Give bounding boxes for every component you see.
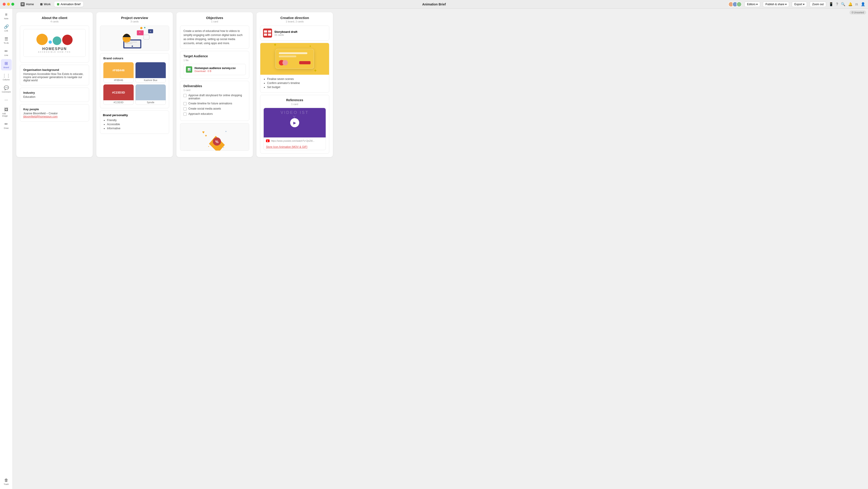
creative-preview: ✦ ✦ ✦ bbox=[260, 43, 329, 93]
search-icon[interactable]: 🔍 bbox=[841, 2, 845, 6]
sidebar-item-trash[interactable]: 🗑 Trash bbox=[1, 476, 12, 487]
svg-text:♥: ♥ bbox=[202, 130, 205, 135]
checkbox-list: Approve draft storyboard for online shop… bbox=[183, 94, 246, 116]
sidebar-item-more[interactable]: ··· bbox=[1, 96, 12, 105]
checkbox-2[interactable] bbox=[183, 107, 187, 111]
objectives-text-card: Create a series of educational how to vi… bbox=[180, 26, 249, 49]
download-link[interactable]: Download bbox=[194, 70, 206, 73]
sidebar-item-add-image[interactable]: 🖼 Add image bbox=[1, 106, 12, 119]
export-button[interactable]: Export ▾ bbox=[792, 2, 807, 7]
swatch-box-1: #F8B446 bbox=[103, 62, 134, 78]
titlebar: M Home Work Animation Brief Animation Br… bbox=[0, 0, 868, 9]
sidebar-add-image-label: Add image bbox=[2, 113, 10, 117]
bullet-1: Confirm animator's timeline bbox=[267, 82, 327, 85]
checkbox-item-2: Create social media assets bbox=[183, 107, 246, 111]
org-bg-text: Homespun Accessible How-Tos Exists to ed… bbox=[23, 73, 86, 82]
sidebar-item-note[interactable]: ≡ Note bbox=[1, 10, 12, 22]
sidebar-item-comment[interactable]: 💬 Comment bbox=[1, 84, 12, 95]
ref-thumb: VIDEO IST Y ▶ bbox=[264, 108, 326, 137]
homespun-name: HOMESPUN bbox=[36, 47, 72, 51]
zoom-out-button[interactable]: Zoom out bbox=[810, 2, 826, 7]
editors-button[interactable]: Editors ▾ bbox=[745, 2, 760, 7]
draw-icon: ✏ bbox=[4, 121, 8, 126]
checkbox-item-1: Create timeline for future animations bbox=[183, 102, 246, 105]
key-people-email[interactable]: jbloomfield@homespun.com bbox=[23, 115, 86, 118]
key-people-name: Joanne Bloomfield – Creator bbox=[23, 112, 86, 115]
close-button[interactable] bbox=[3, 3, 6, 6]
todo-icon: ☰ bbox=[4, 36, 8, 41]
notification-icon[interactable]: 🔔 bbox=[848, 2, 852, 6]
svg-rect-22 bbox=[268, 30, 271, 33]
bullet-0: Finalise seven scenes bbox=[267, 78, 327, 81]
svg-rect-23 bbox=[264, 33, 267, 36]
checkbox-1[interactable] bbox=[183, 102, 187, 105]
user-icon[interactable]: 👤 bbox=[861, 2, 865, 6]
swatch-label-3: #C23D3D bbox=[103, 100, 134, 105]
cc-circle-2 bbox=[282, 60, 288, 65]
references-sub: 1 card bbox=[264, 103, 326, 106]
about-client-title: About the client bbox=[20, 16, 89, 20]
line-icon: ✏ bbox=[4, 49, 8, 54]
sidebar-draw-label: Draw bbox=[4, 127, 9, 129]
project-overview-sub: 3 cards bbox=[100, 20, 169, 23]
checkbox-0[interactable] bbox=[183, 94, 187, 97]
deliverables-card: Deliverables 1 card Approve draft storyb… bbox=[180, 81, 249, 121]
nav-tab-animation-brief[interactable]: Animation Brief bbox=[54, 2, 83, 7]
file-info: Homespun audience survey.csv Download · … bbox=[194, 66, 243, 73]
sidebar-item-draw[interactable]: ✏ Draw bbox=[1, 120, 12, 131]
objectives-text: Create a series of educational how to vi… bbox=[183, 29, 246, 45]
ref-link[interactable]: Store Icon Animation [MOV & GIF] bbox=[264, 144, 326, 150]
add-image-icon: 🖼 bbox=[4, 107, 8, 112]
swatch-label-2: Kashmir Blue bbox=[135, 78, 166, 83]
fullscreen-button[interactable] bbox=[11, 3, 14, 6]
deliverables-image: % ✦ ✦ ✦ ✦ ♥ bbox=[180, 123, 249, 151]
org-bg-label: Organisation background bbox=[23, 68, 86, 71]
svg-rect-24 bbox=[268, 33, 271, 36]
storyboard-thumb bbox=[263, 29, 272, 37]
youtube-icon: ▶ bbox=[266, 140, 270, 142]
storyboard-sub: 15 cards bbox=[274, 33, 298, 36]
svg-point-12 bbox=[144, 27, 146, 28]
sidebar-item-column[interactable]: ⋮⋮ Column bbox=[1, 71, 12, 83]
color-swatch-2: Kashmir Blue bbox=[135, 62, 166, 83]
about-client-sub: 4 cards bbox=[20, 20, 89, 23]
svg-rect-8 bbox=[144, 35, 149, 39]
help-icon[interactable]: ? bbox=[836, 2, 838, 6]
personality-item-2: Informative bbox=[107, 127, 166, 130]
trash-icon: 🗑 bbox=[4, 478, 8, 483]
sidebar-item-todo[interactable]: ☰ To-do bbox=[1, 35, 12, 46]
checkbox-3[interactable] bbox=[183, 113, 187, 116]
logo-area: HOMESPUN ACCESSIBLE HOW-TOS bbox=[23, 29, 86, 57]
storyboard-card[interactable]: Storyboard draft 15 cards bbox=[260, 26, 329, 40]
nav-tab-home[interactable]: M Home bbox=[18, 1, 37, 7]
nav-tab-work[interactable]: Work bbox=[37, 2, 53, 7]
swatch-box-4 bbox=[135, 84, 166, 100]
deliverables-title: Deliverables bbox=[183, 84, 246, 88]
objectives-title: Objectives bbox=[180, 16, 249, 20]
ref-card: VIDEO IST Y ▶ ▶ https://www.youtube.com/… bbox=[264, 108, 326, 150]
deliverable-2: Create social media assets bbox=[188, 107, 221, 110]
app-icon: M bbox=[21, 2, 25, 6]
sidebar-line-label: Line bbox=[4, 54, 8, 56]
personality-list: Friendly Accessible Informative bbox=[103, 119, 166, 130]
work-dot bbox=[40, 3, 42, 5]
sidebar-item-line[interactable]: ✏ Line bbox=[1, 47, 12, 58]
sidebar-item-link[interactable]: 🔗 Link bbox=[1, 22, 12, 34]
work-tab-label: Work bbox=[44, 2, 51, 6]
svg-text:✦: ✦ bbox=[205, 134, 207, 138]
svg-text:%: % bbox=[215, 140, 218, 144]
unsorted-badge: 0 Unsorted bbox=[849, 10, 866, 15]
sidebar: ≡ Note 🔗 Link ☰ To-do ✏ Line ⊞ Board ⋮⋮ … bbox=[0, 9, 13, 489]
cards-grid: About the client 4 cards bbox=[16, 12, 333, 157]
sidebar-item-board[interactable]: ⊞ Board bbox=[1, 59, 12, 70]
project-illustration: * ≡ bbox=[100, 26, 169, 51]
minimize-button[interactable] bbox=[7, 3, 10, 6]
logo-card: HOMESPUN ACCESSIBLE HOW-TOS bbox=[20, 26, 89, 62]
svg-text:✦: ✦ bbox=[208, 146, 210, 148]
app-layout: ≡ Note 🔗 Link ☰ To-do ✏ Line ⊞ Board ⋮⋮ … bbox=[0, 9, 868, 489]
publish-share-button[interactable]: Publish & share ▾ bbox=[763, 2, 789, 7]
about-client-header: About the client 4 cards bbox=[20, 16, 89, 23]
sidebar-trash-label: Trash bbox=[4, 483, 9, 485]
key-people-label: Key people bbox=[23, 108, 86, 111]
personality-item-1: Accessible bbox=[107, 123, 166, 126]
